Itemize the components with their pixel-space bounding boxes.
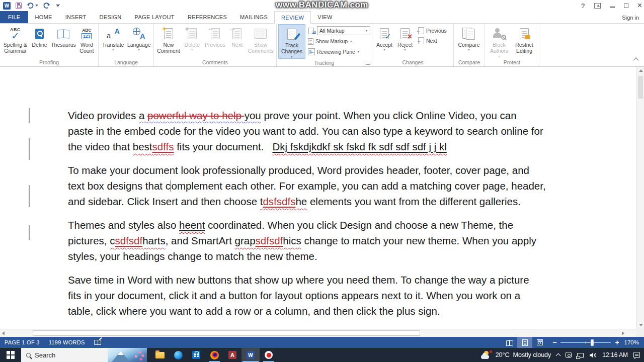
restrict-editing-button[interactable]: Restrict Editing [512, 24, 537, 59]
compare-button[interactable]: Compare ▼ [455, 24, 482, 59]
taskbar-firefox[interactable] [205, 348, 223, 362]
define-button[interactable]: Define [29, 24, 50, 59]
markup-view-select[interactable]: All Markup▼ [317, 26, 370, 35]
tab-review[interactable]: REVIEW [274, 11, 311, 24]
group-title-compare: Compare [455, 59, 483, 66]
minimize-icon[interactable] [610, 7, 615, 8]
document-text[interactable]: Video provides a powerful way to help yo… [68, 108, 546, 327]
print-layout-button[interactable] [517, 337, 532, 348]
volume-icon[interactable] [589, 352, 597, 358]
zoom-percentage[interactable]: 170% [624, 339, 644, 345]
markup-exchange-icon [308, 27, 315, 34]
taskbar-word[interactable]: W [242, 348, 260, 362]
status-bar: PAGE 1 OF 3 1199 WORDS − + 170% [0, 337, 644, 348]
translate-button[interactable]: aA Translate ▼ [100, 24, 126, 59]
group-title-protect: Protect [487, 59, 537, 66]
taskbar-edge[interactable] [169, 348, 187, 362]
tray-expand-icon[interactable] [556, 353, 561, 358]
accept-button[interactable]: ✓ Accept ▼ [374, 24, 395, 59]
reviewing-pane-button[interactable]: Reviewing Pane▼ [308, 47, 370, 56]
paragraph[interactable]: Save time in Word with new buttons that … [68, 272, 546, 319]
scroll-up-icon[interactable] [639, 69, 643, 72]
document-page[interactable]: Video provides a powerful way to help yo… [0, 67, 644, 337]
redo-icon[interactable] [43, 3, 50, 9]
next-change-button[interactable]: Next [418, 37, 447, 44]
read-mode-button[interactable] [502, 337, 517, 348]
sign-in-link[interactable]: Sign in [622, 11, 639, 24]
new-comment-button[interactable]: New Comment [155, 24, 182, 59]
zoom-out-button[interactable]: − [552, 340, 556, 345]
group-compare: Compare ▼ Compare [454, 24, 485, 66]
tab-file[interactable]: FILE [0, 11, 28, 23]
page-indicator[interactable]: PAGE 1 OF 3 [0, 337, 44, 348]
tab-page-layout[interactable]: PAGE LAYOUT [128, 11, 181, 23]
delete-comment-icon: × [188, 28, 197, 39]
firefox-icon [210, 351, 219, 359]
reject-button[interactable]: × Reject ▼ [395, 24, 415, 59]
file-explorer-icon [155, 352, 165, 358]
paragraph[interactable]: Themes and styles also heent coordinated… [68, 217, 546, 264]
restore-icon[interactable] [624, 4, 628, 8]
action-center-icon[interactable] [633, 352, 640, 358]
word-count-indicator[interactable]: 1199 WORDS [44, 337, 90, 348]
weather-widget[interactable]: 20°C Mostly cloudy [481, 351, 551, 359]
zoom-in-button[interactable]: + [615, 340, 619, 345]
zoom-slider[interactable] [560, 342, 611, 343]
paragraph[interactable]: Video provides a powerful way to help yo… [68, 108, 546, 154]
vertical-scroll-thumb[interactable] [638, 76, 643, 99]
horizontal-scrollbar[interactable] [0, 329, 636, 337]
thesaurus-button[interactable]: Thesaurus [50, 24, 77, 59]
ribbon-display-options-icon[interactable] [594, 3, 601, 9]
tab-design[interactable]: DESIGN [93, 11, 128, 23]
word-logo-icon[interactable]: W [3, 2, 11, 10]
tab-home[interactable]: HOME [28, 11, 58, 23]
group-tracking: Track Changes ▼ All Markup▼ Show Markup▼ [277, 24, 372, 66]
scroll-down-icon[interactable] [639, 324, 643, 326]
show-comments-button[interactable]: Show Comments [247, 24, 275, 59]
close-icon[interactable]: × [637, 2, 642, 10]
paragraph[interactable]: To make your document look professionall… [68, 162, 546, 209]
start-button[interactable] [0, 348, 21, 362]
tab-references[interactable]: REFERENCES [181, 11, 233, 23]
block-authors-button[interactable]: Block Authors ▼ [487, 24, 512, 59]
taskbar-search[interactable]: Search [21, 348, 147, 362]
tracking-dialog-launcher[interactable] [366, 61, 370, 65]
spelling-grammar-button[interactable]: ABC✓ Spelling & Grammar [2, 24, 29, 59]
group-title-proofing: Proofing [2, 59, 97, 66]
customize-qat-icon[interactable] [55, 4, 60, 8]
taskbar-apps: A W [151, 348, 278, 362]
tray-recorder-icon[interactable] [566, 352, 572, 358]
vertical-scrollbar[interactable] [636, 67, 644, 329]
previous-comment-button[interactable]: ← Previous [203, 24, 228, 59]
previous-change-button[interactable]: Previous [418, 27, 447, 34]
collapse-ribbon-icon[interactable] [633, 57, 638, 63]
language-button[interactable]: A Language ▼ [126, 24, 152, 59]
tab-view[interactable]: VIEW [311, 11, 339, 23]
clock[interactable]: 12:16 AM [602, 351, 628, 358]
taskbar-bandicam[interactable] [260, 348, 278, 362]
horizontal-scroll-thumb[interactable] [33, 330, 420, 336]
spelling-icon: ABC✓ [10, 28, 21, 40]
delete-comment-button[interactable]: × Delete ▼ [182, 24, 203, 59]
network-icon[interactable] [577, 353, 584, 358]
taskbar-access[interactable]: A [223, 348, 242, 362]
word-count-icon: ABC123 [82, 28, 92, 39]
word-count-button[interactable]: ABC123 Word Count [77, 24, 97, 59]
help-icon[interactable]: ? [581, 2, 585, 10]
proofing-status-button[interactable] [90, 337, 106, 348]
tab-insert[interactable]: INSERT [59, 11, 93, 23]
undo-button[interactable] [27, 3, 38, 9]
tab-mailings[interactable]: MAILINGS [233, 11, 274, 23]
taskbar-store[interactable] [187, 348, 205, 362]
show-markup-button[interactable]: Show Markup▼ [308, 37, 370, 46]
quick-access-toolbar: W [3, 2, 60, 10]
undo-dropdown-icon[interactable] [35, 5, 38, 7]
next-comment-button[interactable]: → Next [227, 24, 247, 59]
taskbar-file-explorer[interactable] [151, 348, 169, 362]
scroll-right-icon[interactable] [622, 331, 624, 335]
save-icon[interactable] [16, 3, 22, 9]
zoom-slider-thumb[interactable] [591, 339, 594, 346]
web-layout-button[interactable] [532, 337, 547, 348]
track-changes-button[interactable]: Track Changes ▼ [278, 24, 305, 59]
scroll-left-icon[interactable] [2, 331, 5, 335]
